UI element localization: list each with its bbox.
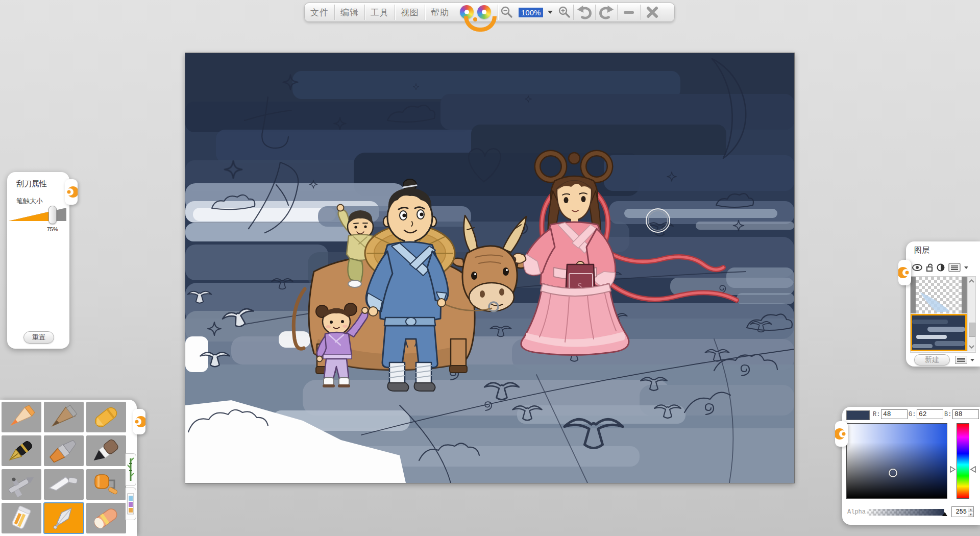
r-label: R: [873,411,880,418]
zoom-dropdown-arrow-icon[interactable] [548,11,553,14]
sv-cursor[interactable] [889,469,897,477]
zoom-in-icon [558,6,571,19]
zoom-out-icon [500,6,513,19]
redo-button[interactable] [596,5,617,20]
paint-app-window: 文件编辑工具视图帮助 100% [0,0,980,536]
minimize-button[interactable] [618,5,640,20]
lock-icon[interactable] [926,263,933,272]
alpha-label: Alpha [847,508,866,516]
layer-item-sky[interactable] [911,314,967,351]
handle-claw-icon [133,409,145,434]
hue-marker-left-icon[interactable] [950,466,955,473]
handle-claw-icon [65,179,78,205]
sky-thumb-art [912,315,965,350]
menu-2[interactable]: 工具 [365,3,395,21]
tool-ink-brush[interactable] [86,435,126,466]
layer-list [910,276,976,353]
menu-3[interactable]: 视图 [395,3,425,21]
tool-eraser[interactable] [86,503,126,533]
layer-menu-dropdown-icon[interactable] [964,266,968,269]
alpha-input[interactable] [952,507,968,517]
tool-scraper-knife[interactable] [44,503,84,533]
g-input[interactable] [917,409,943,419]
layer-action-icons [912,262,976,273]
tool-palette-knife[interactable] [44,469,84,500]
menu-4[interactable]: 帮助 [425,3,455,21]
brush-size-label: 笔触大小 [16,197,43,206]
layer-item-sketch[interactable] [911,277,967,313]
tab-picture-category[interactable] [126,488,136,520]
layers-panel-title: 图层 [914,246,929,255]
zoom-in-button[interactable] [556,5,573,20]
tool-grid [2,402,126,533]
menu-1[interactable]: 编辑 [335,3,364,21]
tool-paint-jar[interactable] [2,503,41,533]
redo-icon [598,5,615,19]
visibility-eye-icon[interactable] [912,264,922,271]
slider-thumb[interactable] [48,206,57,224]
tool-airbrush[interactable] [2,469,41,500]
scroll-down-icon [968,344,975,349]
close-icon [646,6,658,18]
scrollbar-thumb[interactable] [969,323,975,337]
menu-bar: 文件编辑工具视图帮助 [305,3,455,21]
hue-bar[interactable] [957,423,969,499]
undo-button[interactable] [574,5,595,20]
current-color-swatch [846,410,870,420]
g-label: G: [909,411,916,418]
panel-drag-handle[interactable] [133,409,145,434]
mascot-smile-icon [464,16,497,32]
layers-options-dropdown-icon[interactable] [970,359,974,361]
handle-claw-icon [835,421,848,447]
tool-paint-roller[interactable] [86,469,126,500]
alpha-bar[interactable] [867,509,944,516]
undo-icon [576,5,593,19]
brush-size-slider[interactable]: 75% [9,208,66,221]
tool-flat-brush[interactable] [44,435,84,466]
b-input[interactable] [952,409,979,419]
scroll-up-icon [968,279,975,284]
tool-pencil[interactable] [2,402,41,432]
alpha-spinner: ▲ ▼ [951,506,974,517]
layer-thumbnails [911,277,967,351]
picture-icon [127,491,134,517]
tool-fountain-pen[interactable] [2,435,41,466]
layers-panel: 图层 [906,241,980,367]
handle-claw-icon [898,260,911,285]
reset-button[interactable]: 重置 [23,331,54,344]
layer-scrollbar[interactable] [967,277,975,351]
minimize-icon [624,11,634,14]
panel-drag-handle[interactable] [898,260,911,285]
r-input[interactable] [881,409,908,419]
brush-size-value: 75% [47,226,58,232]
drawing-canvas[interactable]: S S S [185,53,795,483]
zoom-out-button[interactable] [498,5,516,20]
menu-0[interactable]: 文件 [305,3,334,21]
saturation-value-square[interactable] [846,423,947,499]
bamboo-icon [127,456,134,483]
alpha-spin-buttons: ▲ ▼ [968,507,973,517]
color-picker-panel: R: G: B: Alpha ▲ ▼ [842,407,980,525]
contrast-blend-icon[interactable] [937,263,945,272]
zoom-level-field[interactable]: 100% [519,8,553,17]
hue-marker-right-icon[interactable] [970,466,976,473]
close-button[interactable] [641,5,664,20]
mascot-logo [455,3,498,21]
alpha-up-button[interactable]: ▲ [968,507,973,512]
tab-bamboo-category[interactable] [126,453,136,486]
tool-crayon[interactable] [86,402,126,432]
layers-options-button[interactable] [955,356,967,364]
alpha-down-button[interactable]: ▼ [968,512,973,517]
slider-fill [9,208,52,221]
panel-drag-handle[interactable] [835,421,848,447]
scraper-properties-panel: 刮刀属性 笔触大小 75% 重置 [7,172,69,349]
b-label: B: [944,411,951,418]
scraper-panel-title: 刮刀属性 [16,179,47,189]
panel-drag-handle[interactable] [65,179,78,205]
canvas-artwork: S S S [185,53,794,483]
layer-list-menu-button[interactable] [948,263,961,272]
new-layer-button[interactable]: 新建 [914,354,950,366]
zoom-level-value[interactable]: 100% [519,8,543,17]
tool-wood-pencil[interactable] [44,402,84,432]
alpha-marker-icon[interactable] [942,512,947,516]
